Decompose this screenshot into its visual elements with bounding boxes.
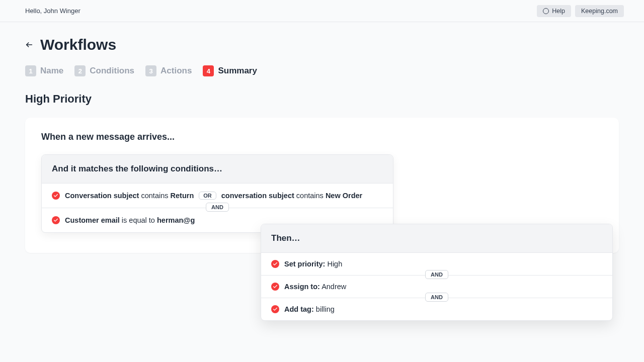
cond-op: contains [296,192,324,200]
step-label: Actions [160,66,192,76]
step-label: Summary [218,66,257,76]
and-chip: AND [206,203,229,212]
help-button[interactable]: Help [537,5,571,17]
stepper: 1 Name 2 Conditions 3 Actions 4 Summary [25,65,619,76]
page-header: Workflows [25,36,619,53]
action-label: Add tag: [284,305,314,313]
step-num: 2 [74,65,86,76]
cond-value: New Order [326,192,362,200]
cond-field: conversation subject [221,192,294,200]
cond-value: herman@g [157,216,195,224]
action-row: AND Add tag: billing [261,298,612,320]
topbar: Hello, John Winger Help Keeping.com [0,0,644,22]
action-value: Andrew [321,283,346,291]
workflow-name: High Priority [25,93,619,106]
site-link-button[interactable]: Keeping.com [575,5,624,17]
step-conditions[interactable]: 2 Conditions [74,65,134,76]
action-value: High [327,260,342,268]
cond-value: Return [171,192,194,200]
step-name[interactable]: 1 Name [25,65,63,76]
step-label: Conditions [90,66,134,76]
step-num: 1 [25,65,36,76]
step-actions[interactable]: 3 Actions [145,65,192,76]
action-value: billing [316,305,335,313]
cond-field: Conversation subject [65,192,139,200]
cond-op: contains [141,192,168,200]
action-label: Assign to: [284,283,320,291]
and-chip: AND [425,270,448,279]
conditions-header: And it matches the following conditions… [42,155,393,184]
check-icon [271,260,279,268]
check-icon [271,283,279,291]
trigger-text: When a new message arrives... [41,132,603,142]
check-icon [52,216,60,224]
help-icon [543,8,549,14]
step-num: 4 [203,65,214,76]
step-label: Name [40,66,63,76]
check-icon [52,192,60,200]
cond-field: Customer email [65,216,120,224]
or-chip: OR [199,192,216,200]
cond-op: is equal to [122,216,155,224]
step-summary[interactable]: 4 Summary [203,65,257,76]
help-label: Help [552,8,565,15]
step-num: 3 [145,65,156,76]
page-title: Workflows [40,36,116,53]
conditions-card: And it matches the following conditions…… [41,154,393,233]
back-arrow-icon[interactable] [25,41,33,49]
action-label: Set priority: [284,260,325,268]
and-chip: AND [425,293,448,302]
check-icon [271,305,279,313]
topbar-actions: Help Keeping.com [537,5,624,17]
site-label: Keeping.com [581,8,618,15]
actions-card: Then… Set priority: High AND Assign to: … [261,224,613,321]
actions-header: Then… [261,224,612,253]
greeting-text: Hello, John Winger [25,7,80,15]
